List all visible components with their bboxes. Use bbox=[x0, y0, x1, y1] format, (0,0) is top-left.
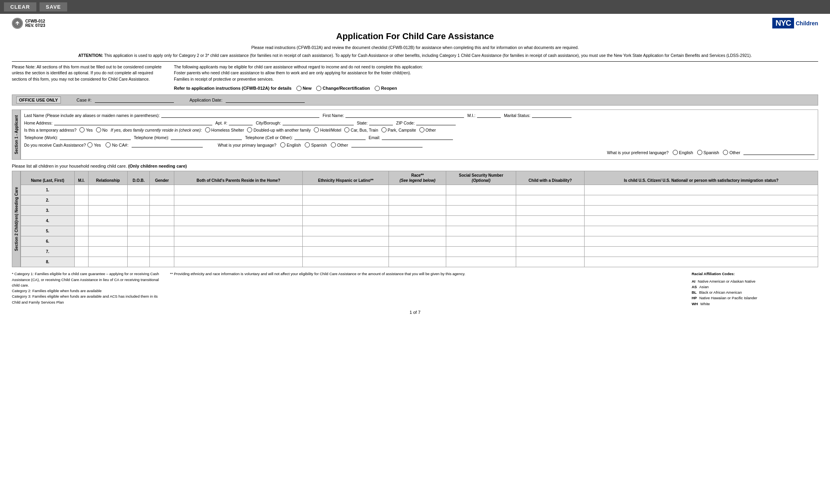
home-address-input[interactable] bbox=[54, 120, 212, 125]
row-7-citizen[interactable] bbox=[584, 247, 818, 257]
temp-park-option[interactable]: Park, Campsite bbox=[381, 127, 416, 132]
row-5-rel[interactable] bbox=[88, 226, 127, 236]
row-5-race[interactable] bbox=[389, 226, 446, 236]
row-8-dob[interactable] bbox=[128, 257, 150, 267]
temp-other-radio[interactable] bbox=[419, 127, 424, 132]
phone-home-input[interactable] bbox=[171, 134, 242, 140]
row-4-ssn[interactable] bbox=[446, 216, 516, 226]
zip-input[interactable] bbox=[416, 120, 456, 125]
marital-status-input[interactable] bbox=[532, 112, 572, 118]
radio-change-icon[interactable] bbox=[316, 86, 321, 91]
row-3-ssn[interactable] bbox=[446, 206, 516, 216]
row-7-ethnicity[interactable] bbox=[303, 247, 389, 257]
row-8-race[interactable] bbox=[389, 257, 446, 267]
temp-homeless-option[interactable]: Homeless Shelter bbox=[205, 127, 244, 132]
case-input[interactable] bbox=[95, 97, 174, 103]
row-7-rel[interactable] bbox=[88, 247, 127, 257]
row-3-gender[interactable] bbox=[150, 206, 174, 216]
row-6-mi[interactable] bbox=[74, 236, 88, 247]
row-2-gender[interactable] bbox=[150, 195, 174, 206]
row-7-ssn[interactable] bbox=[446, 247, 516, 257]
row-4-rel[interactable] bbox=[88, 216, 127, 226]
clear-button[interactable]: CLEAR bbox=[4, 2, 36, 11]
row-6-rel[interactable] bbox=[88, 236, 127, 247]
row-1-mi[interactable] bbox=[74, 185, 88, 195]
phone-work-input[interactable] bbox=[60, 134, 131, 140]
row-6-citizen[interactable] bbox=[584, 236, 818, 247]
row-8-mi[interactable] bbox=[74, 257, 88, 267]
phone-cell-input[interactable] bbox=[294, 134, 366, 140]
cash-no-radio[interactable] bbox=[106, 142, 111, 147]
row-5-disability[interactable] bbox=[516, 226, 585, 236]
row-6-disability[interactable] bbox=[516, 236, 585, 247]
row-7-race[interactable] bbox=[389, 247, 446, 257]
row-3-ethnicity[interactable] bbox=[303, 206, 389, 216]
primary-english-radio[interactable] bbox=[280, 142, 285, 147]
first-name-input[interactable] bbox=[345, 112, 464, 118]
row-1-ssn[interactable] bbox=[446, 185, 516, 195]
row-5-dob[interactable] bbox=[128, 226, 150, 236]
row-2-citizen[interactable] bbox=[584, 195, 818, 206]
row-2-parents[interactable] bbox=[174, 195, 303, 206]
row-7-mi[interactable] bbox=[74, 247, 88, 257]
primary-spanish-radio[interactable] bbox=[305, 142, 310, 147]
radio-new-icon[interactable] bbox=[296, 86, 302, 91]
row-6-ssn[interactable] bbox=[446, 236, 516, 247]
temp-hotel-radio[interactable] bbox=[314, 127, 319, 132]
row-4-ethnicity[interactable] bbox=[303, 216, 389, 226]
temp-park-radio[interactable] bbox=[381, 127, 387, 132]
cash-no-option[interactable]: No CA#: bbox=[106, 142, 128, 147]
pref-english-radio[interactable] bbox=[673, 150, 678, 155]
state-input[interactable] bbox=[369, 120, 393, 125]
row-5-ssn[interactable] bbox=[446, 226, 516, 236]
row-5-ethnicity[interactable] bbox=[303, 226, 389, 236]
cash-yes-option[interactable]: Yes bbox=[87, 142, 101, 147]
row-7-parents[interactable] bbox=[174, 247, 303, 257]
primary-other-input[interactable] bbox=[351, 142, 423, 147]
row-8-rel[interactable] bbox=[88, 257, 127, 267]
row-1-gender[interactable] bbox=[150, 185, 174, 195]
row-3-disability[interactable] bbox=[516, 206, 585, 216]
row-5-mi[interactable] bbox=[74, 226, 88, 236]
row-4-disability[interactable] bbox=[516, 216, 585, 226]
row-3-race[interactable] bbox=[389, 206, 446, 216]
primary-spanish-option[interactable]: Spanish bbox=[305, 142, 327, 147]
primary-other-option[interactable]: Other bbox=[331, 142, 348, 147]
row-1-dob[interactable] bbox=[128, 185, 150, 195]
row-3-parents[interactable] bbox=[174, 206, 303, 216]
row-5-citizen[interactable] bbox=[584, 226, 818, 236]
row-8-ssn[interactable] bbox=[446, 257, 516, 267]
row-8-disability[interactable] bbox=[516, 257, 585, 267]
row-6-parents[interactable] bbox=[174, 236, 303, 247]
row-2-ethnicity[interactable] bbox=[303, 195, 389, 206]
temp-no-radio[interactable] bbox=[96, 127, 101, 132]
temp-other-option[interactable]: Other bbox=[419, 127, 436, 132]
row-1-disability[interactable] bbox=[516, 185, 585, 195]
row-4-gender[interactable] bbox=[150, 216, 174, 226]
temp-yes-radio[interactable] bbox=[79, 127, 85, 132]
row-2-ssn[interactable] bbox=[446, 195, 516, 206]
temp-no-option[interactable]: No bbox=[96, 127, 108, 132]
row-8-gender[interactable] bbox=[150, 257, 174, 267]
option-new[interactable]: New bbox=[296, 85, 312, 92]
row-2-dob[interactable] bbox=[128, 195, 150, 206]
cash-no-input[interactable] bbox=[132, 142, 203, 147]
pref-other-radio[interactable] bbox=[723, 150, 728, 155]
pref-spanish-option[interactable]: Spanish bbox=[697, 150, 719, 155]
row-2-mi[interactable] bbox=[74, 195, 88, 206]
temp-car-radio[interactable] bbox=[344, 127, 349, 132]
row-2-disability[interactable] bbox=[516, 195, 585, 206]
row-6-race[interactable] bbox=[389, 236, 446, 247]
mi-input[interactable] bbox=[477, 112, 501, 118]
pref-other-input[interactable] bbox=[743, 149, 815, 155]
option-reopen[interactable]: Reopen bbox=[375, 85, 397, 92]
row-4-citizen[interactable] bbox=[584, 216, 818, 226]
pref-other-option[interactable]: Other bbox=[723, 150, 740, 155]
row-7-disability[interactable] bbox=[516, 247, 585, 257]
pref-english-option[interactable]: English bbox=[673, 150, 693, 155]
temp-hotel-option[interactable]: Hotel/Motel bbox=[314, 127, 341, 132]
cash-yes-radio[interactable] bbox=[87, 142, 92, 147]
row-1-parents[interactable] bbox=[174, 185, 303, 195]
row-3-rel[interactable] bbox=[88, 206, 127, 216]
row-8-ethnicity[interactable] bbox=[303, 257, 389, 267]
